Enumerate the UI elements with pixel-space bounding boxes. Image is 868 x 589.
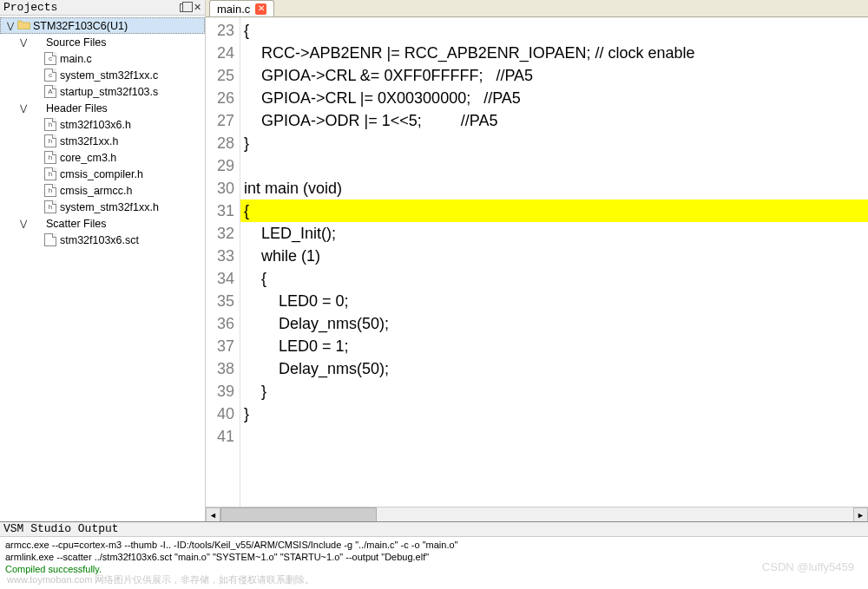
line-number: 26 (206, 87, 234, 109)
tree-node-icon: c (43, 52, 57, 66)
tree-item-0-1[interactable]: csystem_stm32f1xx.c (0, 67, 205, 83)
code-line[interactable]: LED0 = 1; (240, 335, 868, 357)
code-line[interactable]: GPIOA->CRL |= 0X00300000; //PA5 (240, 87, 868, 109)
output-line: armcc.exe --cpu=cortex-m3 --thumb -I.. -… (5, 539, 863, 551)
expander-icon[interactable]: ⋁ (17, 103, 30, 113)
tab-label: main.c (217, 3, 250, 16)
tree-node-icon: A (43, 85, 57, 99)
line-number: 25 (206, 64, 234, 87)
code-lines[interactable]: { RCC->APB2ENR |= RCC_APB2ENR_IOPAEN; //… (240, 17, 868, 507)
code-line[interactable]: } (240, 402, 868, 425)
code-line[interactable]: RCC->APB2ENR |= RCC_APB2ENR_IOPAEN; // c… (240, 42, 868, 64)
tree-item-1-4[interactable]: hcmsis_armcc.h (0, 182, 205, 199)
tree-node-label: system_stm32f1xx.h (60, 201, 159, 213)
code-line[interactable]: Delay_nms(50); (240, 357, 868, 380)
code-line[interactable]: { (240, 267, 868, 290)
tree-item-2-0[interactable]: stm32f103x6.sct (0, 232, 205, 248)
project-tree[interactable]: ⋁STM32F103C6(U1)⋁Source Filescmain.ccsys… (0, 16, 205, 521)
scroll-thumb[interactable] (220, 507, 377, 521)
watermark-left: www.toymoban.com 网络图片仅供展示，非存储，如有侵权请联系删除。 (7, 573, 314, 586)
line-gutter: 23242526272829303132333435363738394041 (206, 17, 240, 507)
line-number: 35 (206, 290, 234, 312)
output-title: VSM Studio Output (0, 522, 868, 537)
tree-node-label: cmsis_compiler.h (60, 168, 143, 180)
tree-item-1-2[interactable]: hcore_cm3.h (0, 149, 205, 166)
code-line[interactable] (240, 425, 868, 448)
horizontal-scrollbar[interactable]: ◄ ► (206, 507, 868, 521)
line-number: 27 (206, 109, 234, 132)
code-editor[interactable]: 23242526272829303132333435363738394041 {… (206, 17, 868, 507)
code-line[interactable]: int main (void) (240, 177, 868, 200)
code-line[interactable] (240, 154, 868, 177)
tree-item-1-1[interactable]: hstm32f1xx.h (0, 133, 205, 149)
line-number: 28 (206, 132, 234, 154)
line-number: 34 (206, 267, 234, 290)
tree-node-icon: h (43, 134, 57, 148)
tree-node-icon: h (43, 200, 57, 214)
code-line[interactable]: GPIOA->CRL &= 0XFF0FFFFF; //PA5 (240, 64, 868, 87)
editor-area: main.c ✕ 2324252627282930313233343536373… (206, 0, 868, 521)
projects-panel: Projects ✕ ⋁STM32F103C6(U1)⋁Source Files… (0, 0, 206, 521)
code-line[interactable]: Delay_nms(50); (240, 312, 868, 335)
tree-node-icon: h (43, 167, 57, 181)
line-number: 30 (206, 177, 234, 200)
line-number: 37 (206, 335, 234, 357)
tree-node-icon: h (43, 151, 57, 165)
tree-root[interactable]: ⋁STM32F103C6(U1) (0, 17, 205, 34)
expander-icon[interactable]: ⋁ (4, 21, 16, 30)
code-line[interactable]: } (240, 380, 868, 402)
code-line[interactable]: LED_Init(); (240, 222, 868, 245)
tree-group-0[interactable]: ⋁Source Files (0, 34, 205, 50)
projects-header: Projects ✕ (0, 0, 205, 16)
tab-bar: main.c ✕ (206, 0, 868, 17)
tree-node-icon (43, 233, 57, 247)
line-number: 36 (206, 312, 234, 335)
line-number: 40 (206, 402, 234, 425)
scroll-right-icon[interactable]: ► (853, 507, 868, 521)
tree-node-label: core_cm3.h (60, 152, 116, 164)
expander-icon[interactable]: ⋁ (17, 37, 30, 47)
tab-main-c[interactable]: main.c ✕ (209, 0, 274, 16)
code-line[interactable]: { (240, 200, 868, 222)
undock-icon[interactable] (180, 3, 188, 12)
tree-item-0-2[interactable]: Astartup_stm32f103.s (0, 83, 205, 100)
code-line[interactable]: LED0 = 0; (240, 290, 868, 312)
line-number: 32 (206, 222, 234, 245)
tree-node-icon (16, 19, 30, 33)
expander-icon[interactable]: ⋁ (17, 219, 30, 228)
tree-node-label: STM32F103C6(U1) (33, 20, 128, 32)
close-icon[interactable]: ✕ (255, 3, 266, 15)
tree-group-2[interactable]: ⋁Scatter Files (0, 215, 205, 232)
tree-node-label: Scatter Files (46, 218, 106, 230)
line-number: 33 (206, 245, 234, 267)
code-line[interactable]: GPIOA->ODR |= 1<<5; //PA5 (240, 109, 868, 132)
code-line[interactable]: } (240, 132, 868, 154)
code-line[interactable]: { (240, 19, 868, 42)
scroll-left-icon[interactable]: ◄ (206, 507, 220, 521)
tree-node-label: Header Files (46, 102, 108, 115)
tree-node-label: cmsis_armcc.h (60, 185, 132, 197)
line-number: 41 (206, 425, 234, 448)
tree-group-1[interactable]: ⋁Header Files (0, 100, 205, 116)
tree-item-1-3[interactable]: hcmsis_compiler.h (0, 166, 205, 182)
tree-node-icon: c (43, 69, 57, 82)
code-line[interactable]: while (1) (240, 245, 868, 267)
line-number: 29 (206, 154, 234, 177)
tree-node-icon (30, 217, 43, 231)
line-number: 23 (206, 19, 234, 42)
tree-item-0-0[interactable]: cmain.c (0, 50, 205, 67)
tree-node-label: system_stm32f1xx.c (60, 69, 158, 82)
tree-item-1-0[interactable]: hstm32f103x6.h (0, 116, 205, 133)
tree-node-icon (30, 36, 43, 49)
tree-node-label: startup_stm32f103.s (60, 86, 158, 98)
projects-title: Projects (3, 1, 57, 14)
tree-node-label: stm32f103x6.h (60, 119, 131, 131)
close-panel-icon[interactable]: ✕ (194, 2, 201, 13)
tree-node-label: stm32f1xx.h (60, 135, 118, 147)
line-number: 24 (206, 42, 234, 64)
line-number: 38 (206, 357, 234, 380)
tree-node-icon (30, 101, 43, 115)
output-line: armlink.exe --scatter ../stm32f103x6.sct… (5, 551, 863, 563)
tree-item-1-5[interactable]: hsystem_stm32f1xx.h (0, 199, 205, 215)
tree-node-label: main.c (60, 53, 92, 65)
